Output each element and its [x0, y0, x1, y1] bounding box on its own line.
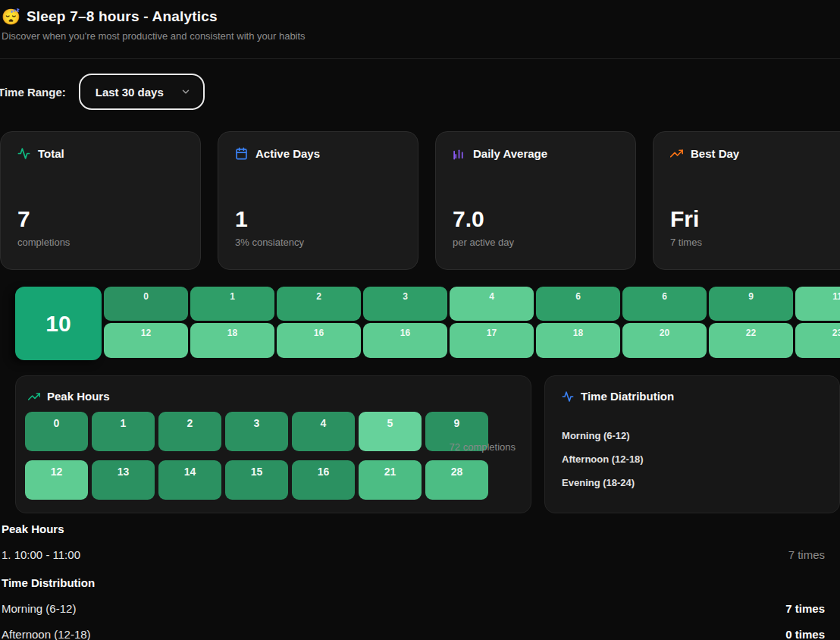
stat-title: Daily Average [473, 147, 547, 160]
hour-tile[interactable]: 1 [190, 287, 274, 321]
time-distribution-title: Time Diatribution [581, 390, 674, 403]
trending-up-icon [28, 391, 40, 403]
details-section: Peak Hours 1. 10:00 - 11:00 7 times Time… [0, 522, 840, 640]
stat-card-best-day: Best Day Fri 7 times [653, 131, 840, 270]
hour-tile[interactable]: 9 [709, 287, 793, 321]
peak-hours-heading: Peak Hours [2, 522, 825, 535]
hour-tile[interactable]: 22 [709, 323, 793, 358]
peak-hour-range: 1. 10:00 - 11:00 [2, 548, 80, 561]
peak-hour-tile: 5 [359, 412, 422, 451]
hour-tile[interactable]: 0 [104, 287, 188, 321]
hour-tile[interactable]: 18 [190, 323, 274, 358]
hour-tile[interactable]: 6 [536, 287, 620, 321]
hour-tile[interactable]: 11 [795, 287, 840, 321]
hour-heatmap-strip: 10 0 1 2 3 4 6 6 9 11 12 18 16 16 17 18 … [0, 287, 840, 360]
stat-value: 7.0 [453, 206, 484, 232]
peak-hours-card: Peak Hours 0 1 2 3 4 5 9 12 13 14 15 16 … [15, 375, 531, 513]
peak-hour-tile: 4 [292, 412, 355, 451]
activity-icon [17, 147, 30, 160]
stat-subtitle: completions [17, 237, 70, 248]
selected-hour-tile[interactable]: 10 [15, 287, 102, 360]
analysis-cards-row: Peak Hours 0 1 2 3 4 5 9 12 13 14 15 16 … [0, 375, 840, 513]
stats-grid: Total 7 completions Active Days 1 3% con… [0, 131, 840, 270]
hour-tile[interactable]: 3 [363, 287, 447, 321]
peak-hours-title: Peak Hours [47, 390, 110, 403]
stat-value: 7 [17, 206, 30, 232]
time-distribution-list: Morning (6-12) Afternoon (12-18) Evening… [562, 430, 823, 488]
hour-tile[interactable]: 17 [450, 323, 534, 358]
dist-item-afternoon: Afternoon (12-18) [562, 453, 823, 465]
stat-title: Total [38, 147, 64, 160]
stat-card-daily-average: Daily Average 7.0 per active day [435, 131, 636, 270]
completions-note: 72 completions [450, 441, 516, 453]
peak-hour-tile: 3 [225, 412, 288, 451]
time-range-value: Last 30 days [96, 86, 164, 99]
stat-card-total: Total 7 completions [0, 131, 201, 270]
stat-card-active-days: Active Days 1 3% consiatency [218, 131, 418, 270]
peak-hour-tile: 1 [92, 412, 155, 451]
activity-icon [562, 391, 574, 403]
hour-tile[interactable]: 20 [622, 323, 707, 358]
stat-value: Fri [670, 206, 699, 232]
stat-subtitle: per active day [453, 237, 514, 248]
hour-tile[interactable]: 16 [277, 323, 361, 358]
peak-hour-tile: 16 [292, 460, 355, 500]
stat-title: Active Days [255, 147, 320, 160]
dist-item-morning: Morning (6-12) [562, 430, 823, 441]
trending-up-icon [670, 147, 683, 160]
analytics-page: 😴 Sleep 7–8 hours - Analytics Discover w… [0, 0, 840, 640]
peak-hour-tile: 12 [25, 460, 88, 500]
page-subtitle: Discover when you're most productive and… [2, 30, 840, 42]
distribution-row-morning: Morning (6-12) 7 times [2, 602, 825, 615]
hour-tiles-grid: 0 1 2 3 4 6 6 9 11 12 18 16 16 17 18 20 … [104, 287, 840, 360]
bar-chart-icon [453, 147, 465, 160]
stat-subtitle: 3% consiatency [235, 237, 304, 248]
distribution-label: Morning (6-12) [2, 602, 76, 615]
habit-emoji: 😴 [2, 9, 20, 24]
page-title: Sleep 7–8 hours - Analytics [27, 8, 218, 25]
hour-tile[interactable]: 12 [104, 323, 188, 358]
stat-title: Best Day [691, 147, 739, 160]
peak-hour-tile: 15 [225, 460, 288, 500]
page-header: 😴 Sleep 7–8 hours - Analytics Discover w… [0, 0, 840, 59]
hour-tile[interactable]: 6 [622, 287, 707, 321]
peak-hour-tile: 13 [92, 460, 155, 500]
distribution-count: 7 times [785, 602, 825, 615]
hour-tile[interactable]: 23 [795, 323, 840, 358]
peak-hour-tile: 21 [359, 460, 422, 500]
distribution-label: Afternoon (12-18) [2, 628, 91, 640]
dist-item-evening: Evening (18-24) [562, 477, 823, 488]
distribution-count: 0 times [785, 628, 825, 640]
peak-hours-grid: 0 1 2 3 4 5 9 12 13 14 15 16 21 28 [25, 412, 488, 500]
distribution-row-afternoon: Afternoon (12-18) 0 times [2, 628, 825, 640]
time-range-row: Time Range: Last 30 days [0, 74, 840, 110]
hour-tile[interactable]: 2 [277, 287, 361, 321]
stat-subtitle: 7 times [670, 237, 702, 248]
peak-hour-tile: 14 [158, 460, 221, 500]
time-distribution-card: Time Diatribution Morning (6-12) Afterno… [544, 375, 840, 513]
chevron-down-icon [180, 86, 191, 97]
stat-value: 1 [235, 206, 248, 232]
hour-tile[interactable]: 18 [536, 323, 620, 358]
peak-hour-tile: 28 [425, 460, 488, 500]
peak-hour-tile: 2 [158, 412, 221, 451]
peak-hour-tile: 0 [25, 412, 88, 451]
calendar-icon [235, 147, 248, 160]
time-distribution-heading: Time Distribution [2, 576, 825, 589]
time-range-label: Time Range: [0, 86, 66, 99]
hour-tile[interactable]: 16 [363, 323, 447, 358]
hour-tile[interactable]: 4 [450, 287, 534, 321]
peak-hour-count: 7 times [788, 548, 825, 561]
time-range-select[interactable]: Last 30 days [79, 74, 205, 110]
peak-hour-row: 1. 10:00 - 11:00 7 times [2, 548, 825, 561]
